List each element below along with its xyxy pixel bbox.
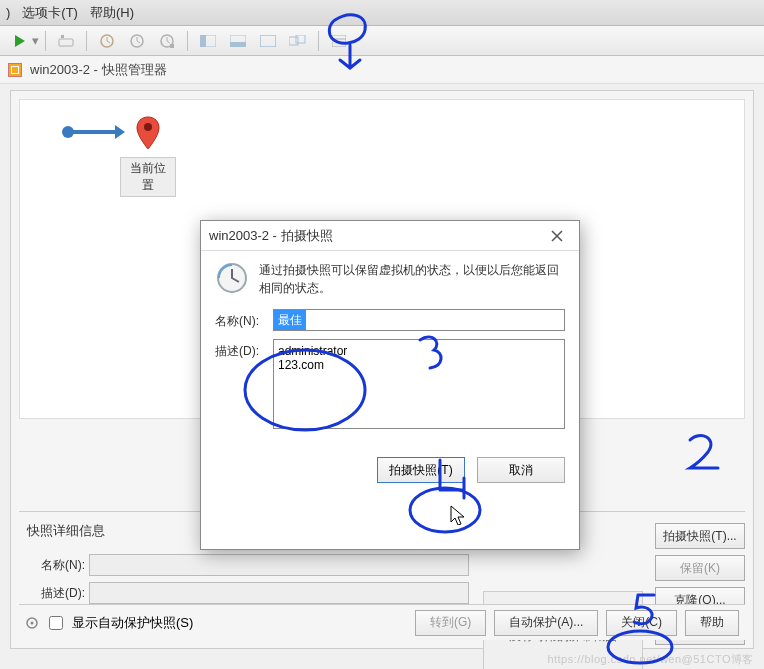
toolbar: ▾ (0, 26, 764, 56)
svg-rect-7 (200, 35, 206, 47)
svg-rect-9 (230, 42, 246, 47)
close-icon[interactable] (543, 225, 571, 247)
take-snapshot-button[interactable]: 拍摄快照(T)... (655, 523, 745, 549)
detail-desc-label: 描述(D): (31, 585, 85, 602)
snapshot-manager-icon[interactable] (153, 28, 181, 54)
view-fullscreen-icon[interactable] (254, 28, 282, 54)
modal-cancel-button[interactable]: 取消 (477, 457, 565, 483)
goto-button: 转到(G) (415, 610, 486, 636)
window-title: win2003-2 - 快照管理器 (30, 61, 167, 79)
modal-desc-label: 描述(D): (215, 339, 269, 360)
view-console-icon[interactable] (194, 28, 222, 54)
window-title-bar: win2003-2 - 快照管理器 (0, 56, 764, 84)
current-position-node[interactable]: 当前位置 (120, 115, 176, 197)
bottom-button-bar: 显示自动保护快照(S) 转到(G) 自动保护(A)... 关闭(C) 帮助 (19, 604, 745, 640)
modal-name-input[interactable] (273, 309, 565, 331)
menubar: ) 选项卡(T) 帮助(H) (0, 0, 764, 26)
detail-name-input (89, 554, 469, 576)
help-button[interactable]: 帮助 (685, 610, 739, 636)
svg-rect-10 (260, 35, 276, 47)
separator (187, 31, 188, 51)
menu-item-prev-close: ) (6, 5, 10, 20)
autoprotect-button[interactable]: 自动保护(A)... (494, 610, 598, 636)
svg-rect-12 (296, 35, 305, 43)
view-multimon-icon[interactable] (284, 28, 312, 54)
send-ctrl-alt-del-button[interactable] (52, 28, 80, 54)
current-node-label: 当前位置 (120, 157, 176, 197)
dialog-title-bar[interactable]: win2003-2 - 拍摄快照 (201, 221, 579, 251)
snapshot-take-icon[interactable] (93, 28, 121, 54)
svg-point-17 (31, 621, 34, 624)
library-icon[interactable] (325, 28, 353, 54)
clock-icon (215, 261, 249, 295)
menu-help[interactable]: 帮助(H) (90, 4, 134, 22)
timeline-arrow (68, 130, 118, 134)
modal-take-snapshot-button[interactable]: 拍摄快照(T) (377, 457, 465, 483)
take-snapshot-dialog: win2003-2 - 拍摄快照 通过拍摄快照可以保留虚拟机的状态，以便以后您能… (200, 220, 580, 550)
close-button[interactable]: 关闭(C) (606, 610, 677, 636)
svg-rect-0 (59, 39, 73, 46)
svg-rect-1 (61, 35, 64, 38)
gear-icon[interactable] (25, 616, 39, 630)
separator (86, 31, 87, 51)
separator (45, 31, 46, 51)
svg-rect-11 (289, 37, 298, 45)
separator (318, 31, 319, 51)
view-unity-icon[interactable] (224, 28, 252, 54)
detail-name-label: 名称(N): (31, 557, 85, 574)
map-pin-icon (134, 115, 162, 153)
keep-button: 保留(K) (655, 555, 745, 581)
show-autoprotect-label: 显示自动保护快照(S) (72, 614, 193, 632)
watermark-text: https://blog.csdn.net/wen@51CTO博客 (547, 652, 754, 667)
dialog-title: win2003-2 - 拍摄快照 (209, 227, 333, 245)
detail-desc-input (89, 582, 469, 604)
snapshot-revert-icon[interactable] (123, 28, 151, 54)
play-button[interactable] (6, 28, 34, 54)
show-autoprotect-checkbox[interactable] (49, 616, 63, 630)
svg-point-15 (144, 123, 152, 131)
modal-desc-textarea[interactable] (273, 339, 565, 429)
menu-tabs[interactable]: 选项卡(T) (22, 4, 78, 22)
vm-icon (8, 63, 22, 77)
svg-rect-5 (170, 44, 174, 48)
dialog-info-text: 通过拍摄快照可以保留虚拟机的状态，以便以后您能返回相同的状态。 (259, 261, 565, 297)
modal-name-label: 名称(N): (215, 309, 269, 330)
svg-rect-13 (332, 35, 346, 47)
